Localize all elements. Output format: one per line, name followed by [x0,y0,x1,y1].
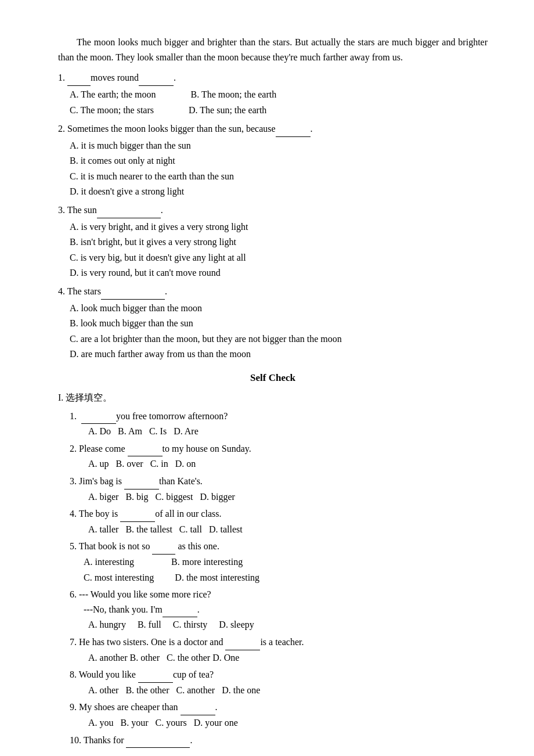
q2-option-c: C. it is much nearer to the earth than t… [70,169,488,184]
sub-question-7: 7. He has two sisters. One is a doctor a… [70,635,488,665]
q1-option-d: D. The sun; the earth [189,103,266,118]
sub-question-9: 9. My shoes are cheaper than . A. you B.… [70,700,488,730]
q4-option-b: B. look much bigger than the sun [70,316,488,331]
blank-sq9 [181,700,215,715]
blank-2 [276,121,311,137]
sq7-options: A. another B. other C. the other D. One [88,650,488,665]
blank-sq2 [128,441,163,457]
blank-sq8 [138,667,173,683]
q3-option-d: D. is very round, but it can't move roun… [70,265,488,280]
sq6-line2: ---No, thank you. I'm . [84,602,488,618]
q1-option-c: C. The moon; the stars [70,103,154,118]
blank-sq1 [81,409,116,424]
sq5-option-a: A. interesting B. more interesting [84,555,488,570]
sub-question-2: 2. Please come to my house on Sunday. A.… [70,441,488,471]
question-1-options-row2: C. The moon; the stars D. The sun; the e… [70,103,488,118]
sub-question-4: 4. The boy is of all in our class. A. ta… [70,506,488,537]
sq8-options: A. other B. the other C. another D. the … [88,683,488,698]
sq3-options: A. biger B. big C. biggest D. bigger [88,489,488,505]
q3-option-c: C. is very big, but it doesn't give any … [70,250,488,265]
q2-option-d: D. it doesn't give a strong light [70,184,488,199]
sq2-options: A. up B. over C. in D. on [88,456,488,471]
sub-question-10: 10. Thanks for . [70,733,488,748]
sub-question-3: 3. Jim's bag is than Kate's. A. biger B.… [70,474,488,504]
sq6-options: A. hungry B. full C. thirsty D. sleepy [88,617,488,632]
question-4-stem: 4. The stars . [58,284,488,300]
sq1-options: A. Do B. Am C. Is D. Are [88,424,488,439]
q4-option-d: D. are much farther away from us than th… [70,347,488,362]
question-1: 1. moves round . A. The earth; the moon … [58,70,488,118]
q1-option-a: A. The earth; the moon [70,87,156,102]
self-check-title: Self Check [58,370,488,386]
question-2: 2. Sometimes the moon looks bigger than … [58,121,488,199]
question-1-stem: 1. moves round . [58,70,488,86]
passage-text: The moon looks much bigger and brighter … [58,35,488,64]
sub-question-5: 5. That book is not so as this one. A. i… [70,539,488,585]
blank-sq10 [126,733,190,748]
question-3-stem: 3. The sun . [58,203,488,218]
blank-sq3 [124,474,159,489]
sub-question-6: 6. --- Would you like some more rice? --… [70,587,488,632]
q3-option-a: A. is very bright, and it gives a very s… [70,219,488,235]
q4-option-a: A. look much bigger than the moon [70,301,488,316]
q2-option-b: B. it comes out only at night [70,153,488,168]
sq4-options: A. taller B. the tallest C. tall D. tall… [88,522,488,537]
q3-option-b: B. isn't bright, but it gives a very str… [70,235,488,250]
q4-option-c: C. are a lot brighter than the moon, but… [70,332,488,347]
blank-4 [101,284,165,300]
question-3: 3. The sun . A. is very bright, and it g… [58,203,488,280]
question-1-options-row1: A. The earth; the moon B. The moon; the … [70,87,488,102]
q1-option-b: B. The moon; the earth [191,87,277,102]
blank-3 [97,203,161,218]
blank-sq4 [120,506,155,522]
blank-1a [67,70,91,86]
sub-question-1: 1. you free tomorrow afternoon? A. Do B.… [70,409,488,439]
blank-1b [139,70,174,86]
sq5-option-c: C. most interesting D. the most interest… [84,570,488,585]
question-4: 4. The stars . A. look much bigger than … [58,284,488,362]
sub-question-8: 8. Would you like cup of tea? A. other B… [70,667,488,697]
blank-sq5 [152,539,175,555]
section-i-label: I. 选择填空。 [58,390,488,405]
q2-option-a: A. it is much bigger than the sun [70,138,488,153]
blank-sq6 [163,602,197,618]
sq9-options: A. you B. your C. yours D. your one [88,715,488,730]
question-2-stem: 2. Sometimes the moon looks bigger than … [58,121,488,137]
blank-sq7 [225,635,260,650]
